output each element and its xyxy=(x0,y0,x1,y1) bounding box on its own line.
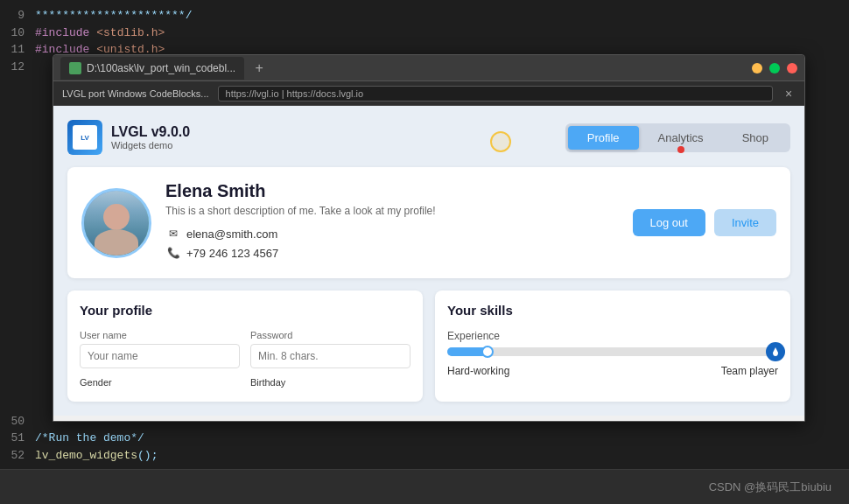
invite-button[interactable]: Invite xyxy=(714,209,776,236)
gender-group: Gender xyxy=(80,377,240,389)
bottom-panels: Your profile User name Password xyxy=(67,290,790,402)
lvgl-content: LV LVGL v9.0.0 Widgets demo Profile Anal… xyxy=(53,106,804,416)
app-title: LVGL v9.0.0 xyxy=(111,124,190,140)
addr-label: LVGL port Windows CodeBlocks... xyxy=(62,88,209,99)
profile-info: Elena Smith This is a short description … xyxy=(165,181,619,264)
window-controls: − □ × xyxy=(752,63,797,74)
progress-handle[interactable] xyxy=(766,342,785,361)
analytics-dot xyxy=(677,146,684,153)
minimize-button[interactable]: − xyxy=(752,63,762,74)
profile-name: Elena Smith xyxy=(165,181,619,201)
logo-area: LV LVGL v9.0.0 Widgets demo xyxy=(67,120,190,155)
password-input[interactable] xyxy=(250,344,410,368)
skill1-tag: Hard-working xyxy=(447,365,509,377)
tab-icon xyxy=(69,62,81,74)
window-tabbar: D:\100ask\lv_port_win_codebl... + − □ × xyxy=(53,55,804,81)
tab-shop[interactable]: Shop xyxy=(723,126,788,150)
your-skills-panel: Your skills Experience Hard-working xyxy=(435,290,790,402)
skills-bottom: Hard-working Team player xyxy=(447,365,778,377)
droplet-icon xyxy=(771,347,780,356)
profile-card: Elena Smith This is a short description … xyxy=(67,167,790,278)
addr-url-input[interactable]: https://lvgl.io | https://docs.lvgl.io xyxy=(218,86,773,102)
username-password-row: User name Password xyxy=(80,330,410,368)
your-profile-title: Your profile xyxy=(80,303,410,318)
app-window: D:\100ask\lv_port_win_codebl... + − □ × … xyxy=(53,54,805,422)
addr-close-btn[interactable]: × xyxy=(782,87,796,101)
avatar-container xyxy=(81,188,151,258)
watermark: CSDN @换码民工biubiu xyxy=(709,480,831,495)
avatar-silhouette xyxy=(84,191,149,256)
password-group: Password xyxy=(250,330,410,368)
profile-actions: Log out Invite xyxy=(633,209,776,236)
profile-email: ✉ elena@smith.com xyxy=(165,226,619,242)
profile-phone: 📞 +79 246 123 4567 xyxy=(165,245,619,261)
gender-birthday-row: Gender Birthday xyxy=(80,377,410,389)
experience-label: Experience xyxy=(447,330,778,342)
profile-desc: This is a short description of me. Take … xyxy=(165,205,619,217)
experience-progress[interactable] xyxy=(447,347,778,356)
gender-label: Gender xyxy=(80,377,240,388)
phone-icon: 📞 xyxy=(165,245,181,261)
progress-thumb xyxy=(481,346,494,358)
email-icon: ✉ xyxy=(165,226,181,242)
maximize-button[interactable]: □ xyxy=(769,63,780,74)
new-tab-button[interactable]: + xyxy=(249,59,269,78)
your-skills-title: Your skills xyxy=(447,303,778,318)
app-subtitle: Widgets demo xyxy=(111,140,190,150)
app-header: LV LVGL v9.0.0 Widgets demo Profile Anal… xyxy=(67,120,790,155)
close-button[interactable]: × xyxy=(787,63,797,74)
your-profile-panel: Your profile User name Password xyxy=(67,290,423,402)
username-group: User name xyxy=(80,330,240,368)
window-tab[interactable]: D:\100ask\lv_port_win_codebl... xyxy=(60,57,244,80)
avatar xyxy=(81,188,151,258)
logo-text: LVGL v9.0.0 Widgets demo xyxy=(111,124,190,150)
username-input[interactable] xyxy=(80,344,240,368)
tab-analytics[interactable]: Analytics xyxy=(639,126,723,150)
nav-tabs: Profile Analytics Shop xyxy=(565,123,790,152)
username-label: User name xyxy=(80,330,240,340)
birthday-label: Birthday xyxy=(250,377,410,388)
tab-profile[interactable]: Profile xyxy=(568,126,639,150)
logo-inner: LV xyxy=(73,125,97,150)
address-bar: LVGL port Windows CodeBlocks... https://… xyxy=(53,81,804,106)
logo-icon: LV xyxy=(67,120,102,155)
birthday-group: Birthday xyxy=(250,377,410,389)
window-tab-label: D:\100ask\lv_port_win_codebl... xyxy=(87,62,235,74)
lvgl-app: LV LVGL v9.0.0 Widgets demo Profile Anal… xyxy=(53,106,804,421)
skill2-tag: Team player xyxy=(721,365,778,377)
password-label: Password xyxy=(250,330,410,340)
logout-button[interactable]: Log out xyxy=(633,209,705,236)
